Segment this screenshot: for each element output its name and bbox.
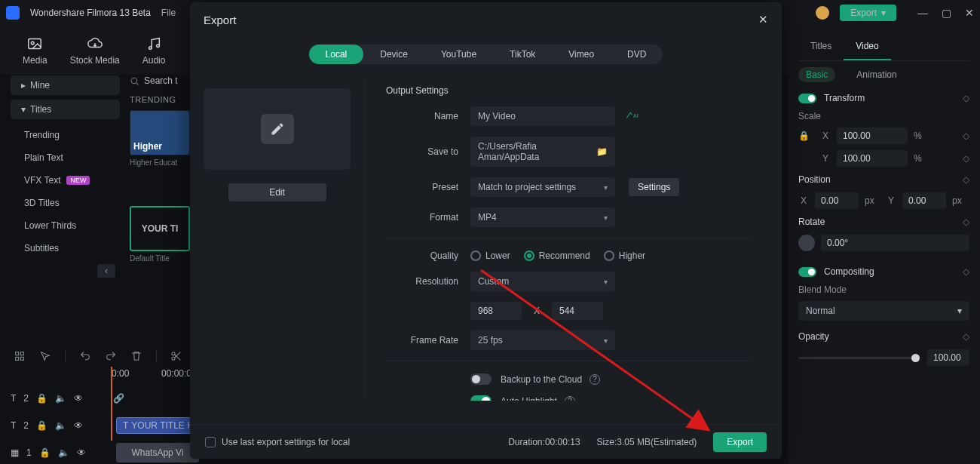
text-track-icon[interactable]: T (11, 420, 16, 431)
collapse-sidebar[interactable]: ‹ (97, 264, 115, 278)
text-track-icon[interactable]: T (11, 393, 16, 404)
input-opacity[interactable]: 100.00 (927, 349, 969, 366)
heading-output-settings: Output Settings (386, 85, 752, 96)
undo-icon[interactable] (79, 350, 91, 362)
close-icon[interactable]: ✕ (965, 7, 974, 19)
select-blend-mode[interactable]: Normal▾ (798, 301, 969, 321)
input-save-to[interactable]: C:/Users/Rafia Aman/AppData📁 (470, 137, 615, 167)
sidebar-item-lower-thirds[interactable]: Lower Thirds (11, 214, 120, 237)
video-track-icon[interactable]: ▦ (11, 447, 19, 458)
rotate-knob[interactable] (798, 235, 815, 251)
eye-icon[interactable]: 👁 (74, 393, 83, 404)
sidebar-item-3d-titles[interactable]: 3D Titles (11, 192, 120, 214)
asset-thumbnail[interactable]: Higher (130, 110, 190, 155)
eye-icon[interactable]: 👁 (74, 420, 83, 431)
svg-rect-8 (20, 357, 23, 360)
sidebar-item-subtitles[interactable]: Subtitles (11, 237, 120, 260)
export-button[interactable]: Export (713, 432, 767, 452)
tab-audio[interactable]: Audio (142, 35, 166, 66)
input-scale-y[interactable]: 100.00 (837, 150, 908, 167)
keyframe-icon[interactable]: ◇ (963, 331, 969, 342)
playhead[interactable] (111, 367, 112, 441)
tab-tiktok[interactable]: TikTok (493, 45, 552, 64)
keyframe-icon[interactable]: ◇ (963, 217, 969, 227)
help-icon[interactable]: ? (590, 374, 600, 385)
mute-icon[interactable]: 🔈 (55, 393, 66, 404)
sidebar-item-plain-text[interactable]: Plain Text (11, 146, 120, 169)
toggle-transform[interactable] (798, 94, 816, 103)
search-input[interactable]: Search t (130, 75, 198, 86)
select-frame-rate[interactable]: 25 fps▾ (470, 330, 615, 350)
keyframe-icon[interactable]: ◇ (963, 93, 969, 103)
cursor-icon[interactable] (39, 350, 51, 362)
select-format[interactable]: MP4▾ (470, 207, 615, 227)
keyframe-icon[interactable]: ◇ (963, 153, 969, 164)
subtab-animation[interactable]: Animation (849, 67, 904, 82)
select-resolution[interactable]: Custom▾ (470, 272, 615, 291)
input-scale-x[interactable]: 100.00 (837, 128, 908, 144)
avatar[interactable] (816, 6, 829, 20)
lock-icon[interactable]: 🔒 (36, 393, 47, 404)
trash-icon[interactable] (130, 350, 142, 362)
settings-button[interactable]: Settings (629, 178, 679, 196)
checkbox-use-last[interactable] (205, 437, 216, 447)
tab-video[interactable]: Video (844, 33, 890, 60)
eye-icon[interactable]: 👁 (77, 447, 86, 458)
minimize-icon[interactable]: — (917, 7, 928, 19)
ai-rename-icon[interactable]: AI (626, 110, 639, 123)
tab-titles[interactable]: Titles (798, 33, 844, 60)
tab-youtube[interactable]: YouTube (424, 45, 493, 64)
input-pos-x[interactable]: 0.00 (815, 192, 859, 209)
redo-icon[interactable] (105, 350, 117, 362)
folder-mine[interactable]: ▸Mine (11, 75, 120, 95)
label-format: Format (386, 212, 470, 223)
grid-icon[interactable] (14, 350, 26, 362)
input-res-width[interactable]: 968 (470, 302, 522, 320)
toggle-backup-cloud[interactable] (470, 373, 492, 385)
link-icon[interactable]: 🔗 (113, 393, 124, 404)
help-icon[interactable]: ? (565, 396, 575, 401)
radio-quality-recommend[interactable]: Recommend (524, 250, 590, 261)
export-top-button[interactable]: Export ▾ (840, 5, 896, 21)
edit-button[interactable]: Edit (228, 183, 326, 201)
lock-icon[interactable]: 🔒 (798, 131, 810, 141)
tab-vimeo[interactable]: Vimeo (552, 45, 611, 64)
lock-icon[interactable]: 🔒 (39, 447, 51, 458)
tab-device[interactable]: Device (363, 45, 424, 64)
preview-thumbnail[interactable] (204, 88, 351, 170)
sidebar-item-trending[interactable]: Trending (11, 124, 120, 146)
folder-titles[interactable]: ▾Titles (11, 100, 120, 119)
asset-thumbnail-selected[interactable]: YOUR TI (130, 206, 190, 251)
radio-quality-higher[interactable]: Higher (604, 250, 645, 261)
tab-media[interactable]: Media (23, 35, 47, 66)
asset-browser: Search t TRENDING Higher Higher Educat Y… (130, 75, 198, 272)
sidebar-item-vfx-text[interactable]: VFX TextNEW (11, 169, 120, 192)
keyframe-icon[interactable]: ◇ (963, 266, 969, 277)
timeline-clip-video[interactable]: WhatsApp Vi (116, 443, 199, 462)
radio-quality-lower[interactable]: Lower (470, 250, 510, 261)
toggle-compositing[interactable] (798, 267, 816, 277)
tab-local[interactable]: Local (309, 45, 364, 64)
mute-icon[interactable]: 🔈 (58, 447, 69, 458)
folder-icon[interactable]: 📁 (596, 146, 608, 157)
label-x: X (534, 306, 540, 316)
menu-file[interactable]: File (161, 8, 176, 18)
inspector-panel: Titles Video Basic Animation Transform◇ … (788, 33, 980, 464)
scissors-icon[interactable] (170, 350, 182, 362)
toggle-auto-highlight[interactable] (470, 395, 492, 401)
input-res-height[interactable]: 544 (552, 302, 603, 320)
tab-stock-media[interactable]: Stock Media (70, 35, 120, 66)
mute-icon[interactable]: 🔈 (55, 420, 66, 431)
input-name[interactable]: My Video (470, 106, 615, 126)
tab-dvd[interactable]: DVD (611, 45, 663, 64)
input-rotate[interactable]: 0.00° (821, 235, 969, 251)
keyframe-icon[interactable]: ◇ (963, 131, 969, 141)
maximize-icon[interactable]: ▢ (942, 7, 951, 19)
lock-icon[interactable]: 🔒 (36, 420, 47, 431)
keyframe-icon[interactable]: ◇ (963, 174, 969, 185)
slider-opacity[interactable] (798, 357, 920, 359)
input-pos-y[interactable]: 0.00 (902, 192, 946, 209)
close-icon[interactable]: ✕ (758, 13, 768, 26)
subtab-basic[interactable]: Basic (798, 67, 835, 82)
select-preset[interactable]: Match to project settings▾ (470, 177, 615, 197)
